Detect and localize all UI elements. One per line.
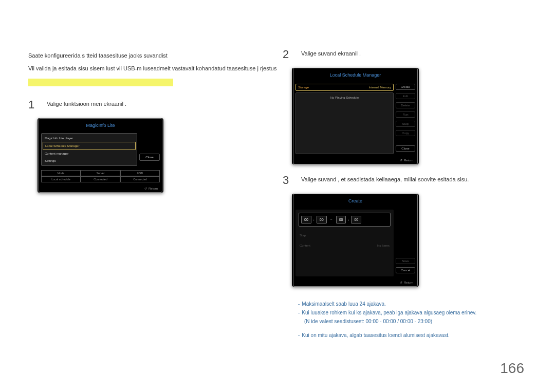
- lsm-title: Local Schedule Manager: [293, 68, 417, 82]
- create-row2-l: Content: [300, 244, 310, 247]
- time-end-h[interactable]: 00: [336, 216, 346, 223]
- lsm-close-button[interactable]: Close: [396, 145, 415, 152]
- step-3-number: 3: [283, 175, 292, 186]
- storage-value: Internal Memory: [369, 86, 391, 89]
- step-1-number: 1: [28, 99, 38, 110]
- magicinfo-panel: MagicInfo Lite MagicInfo Lite player Loc…: [38, 118, 163, 193]
- colon: :: [313, 218, 314, 221]
- menu-item-settings[interactable]: Settings: [43, 157, 136, 164]
- td-server: Connected: [81, 176, 120, 182]
- close-button[interactable]: Close: [139, 154, 160, 161]
- menu-item-player[interactable]: MagicInfo Lite player: [43, 135, 136, 142]
- local-schedule-panel: Local Schedule Manager Storage Internal …: [292, 68, 419, 164]
- time-range[interactable]: 00 : 00 ~ 00 : 00: [299, 213, 391, 227]
- note-2: Kui luuakse rohkem kui ks ajakava, peab …: [302, 310, 476, 315]
- return-label[interactable]: Return: [404, 281, 413, 284]
- no-playing-text: No Playing Schedule: [299, 96, 390, 99]
- magicinfo-menu: MagicInfo Lite player Local Schedule Man…: [41, 133, 137, 166]
- time-start-h[interactable]: 00: [301, 216, 311, 223]
- cancel-button[interactable]: Cancel: [396, 267, 415, 273]
- run-button[interactable]: Run: [396, 111, 415, 118]
- status-table-row: Local schedule Connected Connected: [41, 176, 160, 182]
- step-1-text: Valige funktsioon men ekraanil .: [47, 99, 126, 110]
- note-3: Kui on mitu ajakava, algab taasesitus lo…: [302, 332, 449, 338]
- save-button[interactable]: Save: [396, 258, 415, 264]
- return-icon: [400, 281, 404, 284]
- td-usb: Connected: [120, 176, 160, 182]
- copy-button[interactable]: Copy: [396, 130, 415, 136]
- create-row2-r: No Items: [377, 244, 390, 247]
- create-panel: Create 00 : 00 ~ 00 : 00 Step: [292, 194, 419, 287]
- note-1: Maksimaalselt saab luua 24 ajakava.: [302, 301, 385, 307]
- th-mode: Mode: [41, 170, 81, 176]
- magicinfo-title: MagicInfo Lite: [39, 119, 162, 131]
- delete-button[interactable]: Delete: [396, 102, 415, 108]
- create-row-step: Step: [299, 234, 391, 237]
- return-label[interactable]: Return: [404, 159, 413, 162]
- return-icon: [144, 187, 149, 190]
- step-2-text: Valige suvand ekraanil .: [301, 49, 361, 60]
- create-row1-l: Step: [300, 234, 306, 237]
- th-server: Server: [81, 170, 120, 176]
- notes: -Maksimaalselt saab luua 24 ajakava. -Ku…: [298, 300, 529, 340]
- edit-button[interactable]: Edit: [396, 93, 415, 99]
- tilde: ~: [329, 218, 334, 221]
- step-1: 1 Valige funktsioon men ekraanil .: [28, 99, 254, 110]
- storage-bar[interactable]: Storage Internal Memory: [295, 84, 394, 91]
- step-2: 2 Valige suvand ekraanil .: [283, 49, 529, 60]
- stop-button[interactable]: Stop: [396, 121, 415, 127]
- step-3: 3 Valige suvand , et seadistada kellaaeg…: [283, 175, 529, 186]
- create-title: Create: [293, 194, 417, 208]
- th-usb: USB: [120, 170, 160, 176]
- menu-item-content-mgr[interactable]: Content manager: [43, 150, 136, 157]
- note-2b: (N ide valest seadistusest: 00:00 - 00:0…: [298, 317, 529, 326]
- storage-label: Storage: [298, 86, 309, 89]
- step-3-text: Valige suvand , et seadistada kellaaega,…: [301, 175, 469, 186]
- schedule-area: No Playing Schedule: [295, 92, 394, 154]
- time-start-m[interactable]: 00: [317, 216, 327, 223]
- colon: :: [348, 218, 349, 221]
- page-number: 166: [500, 360, 524, 377]
- step-2-number: 2: [283, 49, 292, 60]
- return-label[interactable]: Return: [149, 187, 158, 190]
- yellow-highlight: [28, 79, 173, 86]
- status-table: Mode Server USB: [41, 170, 160, 176]
- return-icon: [400, 159, 404, 162]
- create-row-content: Content No Items: [299, 244, 391, 247]
- menu-item-local-schedule[interactable]: Local Schedule Manager: [43, 142, 136, 150]
- td-mode: Local schedule: [41, 176, 81, 182]
- time-end-m[interactable]: 00: [351, 216, 361, 223]
- create-button[interactable]: Create: [396, 84, 415, 90]
